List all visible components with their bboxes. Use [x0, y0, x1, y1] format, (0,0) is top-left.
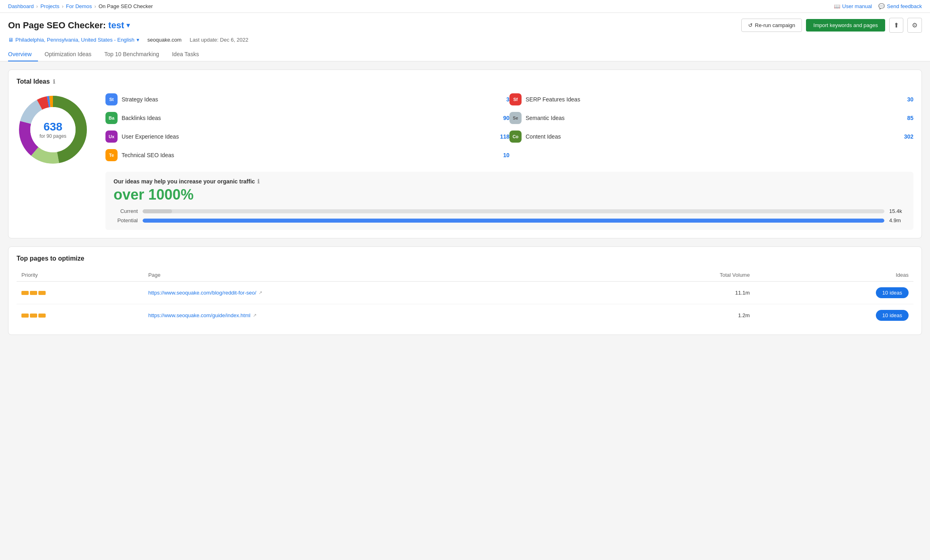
traffic-info-icon[interactable]: ℹ: [257, 178, 259, 185]
idea-badge: Sf: [509, 93, 522, 105]
top-bar: Dashboard › Projects › For Demos › On Pa…: [0, 0, 930, 13]
url-text: https://www.seoquake.com/blog/reddit-for…: [148, 290, 256, 296]
potential-bar-fill: [143, 219, 884, 223]
ideas-left-column: St Strategy Ideas 3 Ba Backlinks Ideas 9…: [105, 93, 509, 168]
export-button[interactable]: ⬆: [889, 18, 903, 33]
ideas-columns: St Strategy Ideas 3 Ba Backlinks Ideas 9…: [105, 93, 913, 168]
idea-count: 3: [493, 96, 509, 103]
total-ideas-title: Total Ideas ℹ: [17, 78, 913, 85]
total-ideas-card: Total Ideas ℹ: [8, 69, 922, 238]
monitor-icon: 🖥: [8, 37, 13, 43]
idea-count: 85: [897, 115, 913, 121]
idea-label: Strategy Ideas: [122, 96, 489, 103]
tab-top10-benchmarking[interactable]: Top 10 Benchmarking: [98, 48, 165, 61]
traffic-bars: Current 15.4k Potential 4.9m: [114, 208, 905, 223]
col-volume: Total Volume: [606, 269, 755, 282]
idea-badge: Co: [509, 131, 522, 143]
idea-label: SERP Features Ideas: [526, 96, 893, 103]
location-selector[interactable]: 🖥 Philadelphia, Pennsylvania, United Sta…: [8, 37, 139, 43]
donut-chart: 638 for 90 pages: [17, 93, 89, 166]
ideas-list: St Strategy Ideas 3 Ba Backlinks Ideas 9…: [105, 93, 913, 230]
priority-bar: [38, 314, 46, 318]
page-url-link[interactable]: https://www.seoquake.com/guide/index.htm…: [148, 312, 601, 318]
external-link-icon: ↗: [253, 313, 257, 318]
location-dropdown-icon: ▾: [137, 37, 139, 43]
url-text: https://www.seoquake.com/guide/index.htm…: [148, 312, 250, 318]
priority-bar: [38, 291, 46, 295]
tab-overview[interactable]: Overview: [8, 48, 38, 61]
col-ideas: Ideas: [755, 269, 913, 282]
table-row: https://www.seoquake.com/blog/reddit-for…: [17, 282, 913, 304]
pages-table: Priority Page Total Volume Ideas https:/…: [17, 269, 913, 326]
volume-cell: 11.1m: [606, 282, 755, 304]
traffic-section: Our ideas may help you increase your org…: [105, 172, 913, 230]
idea-label: Content Ideas: [526, 133, 893, 140]
idea-count: 30: [897, 96, 913, 103]
tab-idea-tasks[interactable]: Idea Tasks: [166, 48, 206, 61]
current-bar-row: Current 15.4k: [114, 208, 905, 214]
book-icon: 📖: [834, 3, 840, 9]
idea-label: Semantic Ideas: [526, 115, 893, 121]
top-actions: 📖 User manual 💬 Send feedback: [834, 3, 922, 9]
table-row: https://www.seoquake.com/guide/index.htm…: [17, 304, 913, 327]
priority-bar: [21, 314, 29, 318]
idea-label: Technical SEO Ideas: [122, 152, 489, 158]
idea-badge: Se: [509, 112, 522, 124]
user-manual-link[interactable]: 📖 User manual: [834, 3, 872, 9]
donut-sub: for 90 pages: [40, 133, 67, 139]
potential-label: Potential: [114, 217, 138, 223]
idea-count: 302: [897, 133, 913, 140]
idea-badge: St: [105, 93, 118, 105]
priority-cell: [17, 304, 143, 327]
header-row2: 🖥 Philadelphia, Pennsylvania, United Sta…: [8, 37, 922, 43]
potential-bar-row: Potential 4.9m: [114, 217, 905, 223]
tab-optimization-ideas[interactable]: Optimization Ideas: [38, 48, 98, 61]
idea-row: Ba Backlinks Ideas 90: [105, 112, 509, 124]
main-content: Total Ideas ℹ: [0, 61, 930, 351]
breadcrumb-dashboard[interactable]: Dashboard: [8, 3, 34, 9]
priority-bar: [30, 314, 37, 318]
project-dropdown-icon[interactable]: ▾: [126, 21, 130, 29]
priority-bars: [21, 291, 139, 295]
current-label: Current: [114, 208, 138, 214]
settings-button[interactable]: ⚙: [907, 18, 922, 33]
import-keywords-button[interactable]: Import keywords and pages: [806, 19, 885, 32]
idea-count: 118: [493, 133, 509, 140]
priority-bar: [30, 291, 37, 295]
top-pages-card: Top pages to optimize Priority Page Tota…: [8, 246, 922, 335]
page-cell: https://www.seoquake.com/blog/reddit-for…: [143, 282, 606, 304]
current-bar-track: [143, 209, 884, 213]
traffic-title: Our ideas may help you increase your org…: [114, 178, 905, 185]
feedback-icon: 💬: [878, 3, 885, 9]
idea-row: Sf SERP Features Ideas 30: [509, 93, 913, 105]
header: On Page SEO Checker: test ▾ ↺ Re-run cam…: [0, 13, 930, 61]
idea-row: Se Semantic Ideas 85: [509, 112, 913, 124]
page-url-link[interactable]: https://www.seoquake.com/blog/reddit-for…: [148, 290, 601, 296]
tab-bar: Overview Optimization Ideas Top 10 Bench…: [8, 48, 922, 61]
idea-row: Ux User Experience Ideas 118: [105, 131, 509, 143]
breadcrumb-projects[interactable]: Projects: [40, 3, 59, 9]
idea-label: User Experience Ideas: [122, 133, 489, 140]
idea-label: Backlinks Ideas: [122, 115, 489, 121]
table-header-row: Priority Page Total Volume Ideas: [17, 269, 913, 282]
potential-value: 4.9m: [889, 217, 905, 223]
breadcrumb: Dashboard › Projects › For Demos › On Pa…: [8, 3, 153, 9]
idea-row: Co Content Ideas 302: [509, 131, 913, 143]
total-ideas-info-icon[interactable]: ℹ: [53, 78, 55, 85]
ideas-button[interactable]: 10 ideas: [876, 310, 909, 321]
idea-badge: Ux: [105, 131, 118, 143]
send-feedback-link[interactable]: 💬 Send feedback: [878, 3, 922, 9]
header-actions: ↺ Re-run campaign Import keywords and pa…: [741, 18, 922, 33]
ideas-cell: 10 ideas: [755, 304, 913, 327]
col-page: Page: [143, 269, 606, 282]
title-prefix: On Page SEO Checker:: [8, 20, 106, 31]
page-cell: https://www.seoquake.com/guide/index.htm…: [143, 304, 606, 327]
refresh-icon: ↺: [748, 22, 753, 28]
current-value: 15.4k: [889, 208, 905, 214]
ideas-button[interactable]: 10 ideas: [876, 287, 909, 298]
col-priority: Priority: [17, 269, 143, 282]
domain: seoquake.com: [147, 37, 182, 43]
rerun-campaign-button[interactable]: ↺ Re-run campaign: [741, 19, 802, 32]
page-title: On Page SEO Checker: test ▾: [8, 20, 130, 31]
breadcrumb-for-demos[interactable]: For Demos: [66, 3, 92, 9]
